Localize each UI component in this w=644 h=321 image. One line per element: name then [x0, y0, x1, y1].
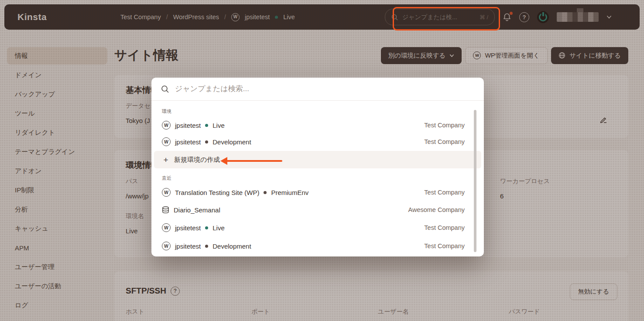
env-name: Live [212, 122, 225, 129]
palette-row-env-live[interactable]: W jpsitetest Live Test Company [151, 117, 484, 133]
wordpress-icon: W [162, 223, 171, 232]
palette-row-env-development[interactable]: W jpsitetest Development Test Company [151, 133, 484, 150]
palette-row-recent-translation-site[interactable]: W Translation Testing Site (WP) PremiumE… [151, 184, 484, 201]
env-section-label: 環境 [151, 104, 484, 117]
search-icon [161, 85, 169, 93]
palette-results: 環境 W jpsitetest Live Test Company W jpsi… [151, 101, 484, 255]
wordpress-icon: W [162, 242, 171, 250]
dev-status-dot-icon [205, 245, 208, 248]
site-name: jpsitetest [175, 242, 201, 250]
palette-row-recent-live[interactable]: W jpsitetest Live Test Company [151, 219, 484, 237]
create-new-environment-item[interactable]: + 新規環境の作成 [154, 151, 481, 168]
dev-status-dot-icon [205, 140, 208, 143]
env-status-dot-icon [264, 191, 267, 194]
env-name: Development [212, 242, 251, 250]
company-name: Test Company [424, 138, 465, 145]
env-name: PremiumEnv [271, 189, 308, 196]
company-name: Test Company [424, 122, 465, 129]
palette-search-input[interactable] [174, 84, 474, 94]
database-icon [162, 206, 169, 214]
jump-search-modal: 環境 W jpsitetest Live Test Company W jpsi… [151, 78, 484, 256]
live-status-dot-icon [205, 124, 208, 127]
site-name: jpsitetest [175, 122, 201, 129]
site-name: Translation Testing Site (WP) [175, 189, 259, 196]
palette-scrollbar[interactable] [474, 110, 476, 252]
create-new-environment-label: 新規環境の作成 [174, 156, 220, 164]
live-status-dot-icon [205, 226, 208, 229]
site-name: jpsitetest [175, 138, 201, 146]
site-name: jpsitetest [175, 224, 201, 232]
env-name: Live [212, 224, 225, 232]
palette-row-recent-diario[interactable]: Diario_Semanal Awesome Company [151, 201, 484, 219]
site-name: Diario_Semanal [174, 206, 220, 214]
company-name: Test Company [424, 224, 465, 231]
wordpress-icon: W [162, 121, 171, 130]
recent-section-label: 直近 [151, 169, 484, 184]
palette-search[interactable] [151, 78, 484, 101]
env-name: Development [212, 138, 251, 146]
wordpress-icon: W [162, 137, 171, 146]
company-name: Test Company [424, 189, 465, 196]
plus-icon: + [162, 156, 170, 164]
company-name: Test Company [424, 242, 465, 249]
company-name: Awesome Company [408, 206, 465, 213]
wordpress-icon: W [162, 188, 171, 197]
palette-row-recent-development[interactable]: W jpsitetest Development Test Company [151, 237, 484, 255]
